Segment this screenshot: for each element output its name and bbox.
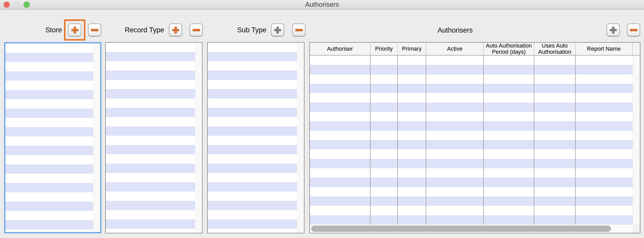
scrollbar-corner [633, 225, 640, 233]
column-separator [397, 56, 398, 225]
sub-type-remove-button[interactable] [292, 24, 305, 36]
table-body[interactable] [310, 56, 640, 225]
authorisers-add-button[interactable] [607, 24, 620, 36]
store-label: Store [45, 26, 62, 34]
sub-type-list[interactable] [207, 42, 304, 233]
table-horizontal-scrollbar-track[interactable] [310, 225, 640, 233]
column-separator [575, 56, 576, 225]
column-header-active[interactable]: Active [426, 43, 484, 55]
record-type-list-rows [106, 43, 195, 233]
column-header-uses-auto[interactable]: Uses Auto Authorisation [534, 43, 576, 55]
column-separator [534, 56, 534, 225]
plus-icon [71, 27, 78, 34]
store-remove-button[interactable] [88, 24, 101, 36]
minus-icon [630, 29, 637, 31]
column-header-priority[interactable]: Priority [371, 43, 398, 55]
table-rows-area [310, 56, 633, 225]
store-list-scrollbar-track[interactable] [93, 43, 100, 232]
titlebar: Authorisers [0, 0, 644, 10]
window-title: Authorisers [0, 0, 644, 9]
minus-icon [295, 29, 303, 31]
table-header: AuthoriserPriorityPrimaryActiveAuto Auth… [310, 43, 640, 56]
column-header-primary[interactable]: Primary [398, 43, 426, 55]
record-type-list-scrollbar-track[interactable] [195, 43, 202, 233]
record-type-list[interactable] [105, 42, 203, 233]
column-header-auto-authorisation[interactable]: Auto Authorisation Period (days) [484, 43, 534, 55]
store-list-rows [5, 43, 93, 232]
authorisers-label: Authorisers [438, 26, 473, 34]
record-type-remove-button[interactable] [190, 24, 203, 36]
authorisers-remove-button[interactable] [627, 24, 640, 36]
plus-icon [274, 27, 281, 34]
column-separator [370, 56, 371, 225]
sub-type-list-scrollbar-track[interactable] [297, 43, 304, 233]
column-header-report-name[interactable]: Report Name [576, 43, 633, 55]
authorisers-table[interactable]: AuthoriserPriorityPrimaryActiveAuto Auth… [309, 42, 640, 233]
column-separator [426, 56, 426, 225]
minus-icon [91, 29, 98, 31]
header-scrollbar-spacer [633, 43, 640, 55]
plus-icon [610, 27, 617, 34]
store-list[interactable] [4, 42, 101, 233]
sub-type-add-button[interactable] [271, 24, 284, 36]
store-add-button[interactable] [68, 24, 81, 36]
record-type-add-button[interactable] [169, 24, 182, 36]
plus-icon [172, 27, 179, 34]
sub-type-list-rows [208, 43, 297, 233]
table-vertical-scrollbar-track[interactable] [633, 56, 640, 225]
column-separator [483, 56, 484, 225]
horizontal-scrollbar-thumb[interactable] [311, 226, 611, 232]
window: Authorisers Store Record Type Sub Type A… [0, 0, 644, 238]
sub-type-label: Sub Type [237, 26, 267, 34]
minus-icon [192, 29, 200, 31]
column-header-authoriser[interactable]: Authoriser [310, 43, 371, 55]
record-type-label: Record Type [125, 26, 164, 34]
